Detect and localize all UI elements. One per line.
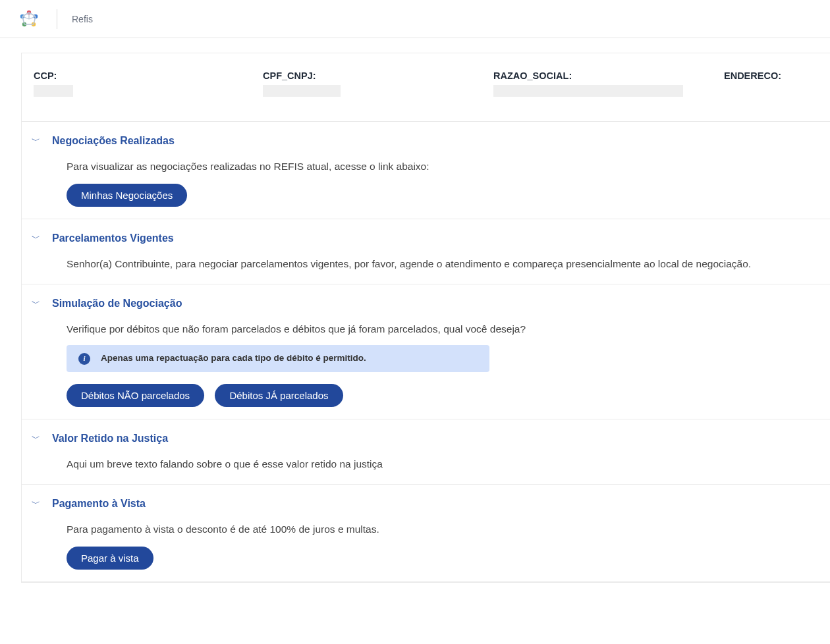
info-razao-label: RAZAO_SOCIAL:	[493, 70, 724, 81]
section-pagamento: ﹀ Pagamento à Vista Para pagamento à vis…	[22, 485, 830, 582]
divider	[57, 9, 57, 29]
info-cpf-value	[263, 85, 341, 97]
main-card: CCP: CPF_CNPJ: RAZAO_SOCIAL: ENDERECO: ﹀…	[21, 53, 830, 583]
section-title-negociacoes: Negociações Realizadas	[52, 135, 175, 147]
debitos-ja-parcelados-button[interactable]: Débitos JÁ parcelados	[215, 384, 343, 407]
section-title-simulacao: Simulação de Negociação	[52, 298, 182, 309]
pagar-a-vista-button[interactable]: Pagar à vista	[67, 547, 153, 570]
page-content: CCP: CPF_CNPJ: RAZAO_SOCIAL: ENDERECO: ﹀…	[0, 38, 830, 609]
pagamento-text: Para pagamento à vista o desconto é de a…	[67, 522, 823, 537]
info-endereco-label: ENDERECO:	[724, 70, 781, 81]
chevron-down-icon: ﹀	[31, 298, 40, 309]
app-title: Refis	[72, 14, 93, 24]
info-cpf: CPF_CNPJ:	[263, 70, 493, 99]
section-header-simulacao[interactable]: ﹀ Simulação de Negociação	[28, 295, 823, 312]
section-body-negociacoes: Para visualizar as negociações realizada…	[28, 149, 823, 207]
info-row: CCP: CPF_CNPJ: RAZAO_SOCIAL: ENDERECO:	[22, 53, 830, 122]
section-parcelamentos: ﹀ Parcelamentos Vigentes Senhor(a) Contr…	[22, 219, 830, 284]
info-ccp-label: CCP:	[34, 70, 263, 81]
info-razao: RAZAO_SOCIAL:	[493, 70, 724, 99]
info-ccp-value	[34, 85, 73, 97]
chevron-down-icon: ﹀	[31, 498, 40, 510]
section-title-valor-retido: Valor Retido na Justiça	[52, 433, 168, 444]
info-cpf-label: CPF_CNPJ:	[263, 70, 493, 81]
chevron-down-icon: ﹀	[31, 433, 40, 444]
section-valor-retido: ﹀ Valor Retido na Justiça Aqui um breve …	[22, 419, 830, 485]
svg-line-5	[29, 13, 36, 16]
section-body-simulacao: Verifique por débitos que não foram parc…	[28, 312, 823, 407]
section-body-pagamento: Para pagamento à vista o desconto é de a…	[28, 512, 823, 570]
simulacao-alert-text: Apenas uma repactuação para cada tipo de…	[101, 352, 366, 365]
section-title-parcelamentos: Parcelamentos Vigentes	[52, 232, 174, 244]
negociacoes-text: Para visualizar as negociações realizada…	[67, 159, 823, 174]
section-title-pagamento: Pagamento à Vista	[52, 498, 146, 510]
section-header-pagamento[interactable]: ﹀ Pagamento à Vista	[28, 495, 823, 512]
svg-line-9	[22, 13, 29, 16]
chevron-down-icon: ﹀	[31, 232, 40, 244]
info-ccp: CCP:	[34, 70, 263, 99]
section-header-valor-retido[interactable]: ﹀ Valor Retido na Justiça	[28, 430, 823, 447]
info-razao-value	[493, 85, 683, 97]
section-simulacao: ﹀ Simulação de Negociação Verifique por …	[22, 284, 830, 419]
section-negociacoes: ﹀ Negociações Realizadas Para visualizar…	[22, 122, 830, 219]
parcelamentos-text: Senhor(a) Contribuinte, para negociar pa…	[67, 256, 823, 272]
debitos-nao-parcelados-button[interactable]: Débitos NÃO parcelados	[67, 384, 204, 407]
valor-retido-text: Aqui um breve texto falando sobre o que …	[67, 456, 823, 472]
section-header-parcelamentos[interactable]: ﹀ Parcelamentos Vigentes	[28, 230, 823, 247]
topbar: Refis	[0, 0, 830, 38]
simulacao-text: Verifique por débitos que não foram parc…	[67, 321, 823, 337]
chevron-down-icon: ﹀	[31, 135, 40, 147]
section-body-valor-retido: Aqui um breve texto falando sobre o que …	[28, 447, 823, 472]
section-header-negociacoes[interactable]: ﹀ Negociações Realizadas	[28, 132, 823, 149]
app-logo-icon	[16, 6, 42, 32]
simulacao-alert: i Apenas uma repactuação para cada tipo …	[67, 345, 489, 372]
section-body-parcelamentos: Senhor(a) Contribuinte, para negociar pa…	[28, 247, 823, 272]
minhas-negociacoes-button[interactable]: Minhas Negociações	[67, 184, 187, 207]
info-endereco: ENDERECO:	[724, 70, 781, 99]
info-icon: i	[78, 353, 90, 365]
